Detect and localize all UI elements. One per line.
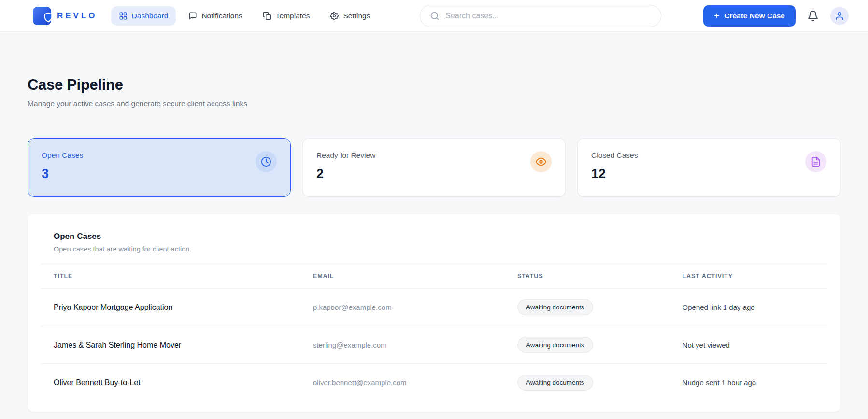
- search-area: [392, 5, 690, 27]
- case-title: Oliver Bennett Buy-to-Let: [41, 364, 300, 402]
- nav-item-label: Notifications: [201, 12, 242, 20]
- nav-item-dashboard[interactable]: Dashboard: [111, 6, 176, 26]
- create-new-case-label: Create New Case: [724, 12, 785, 20]
- notifications-bell-button[interactable]: [807, 10, 819, 22]
- bell-icon: [807, 10, 819, 22]
- copy-icon: [263, 12, 271, 20]
- chat-icon: [188, 12, 197, 20]
- table-row[interactable]: Oliver Bennett Buy-to-Let oliver.bennett…: [41, 364, 827, 402]
- document-icon: [805, 151, 826, 172]
- status-badge: Awaiting documents: [517, 337, 593, 353]
- nav-item-label: Templates: [276, 12, 310, 20]
- table-row[interactable]: Priya Kapoor Mortgage Application p.kapo…: [41, 289, 827, 326]
- brand: REVLO: [33, 7, 98, 25]
- case-last-activity: Opened link 1 day ago: [670, 289, 827, 326]
- brand-name: REVLO: [57, 11, 98, 21]
- status-badge: Awaiting documents: [517, 299, 593, 315]
- stat-label: Ready for Review: [316, 151, 375, 160]
- case-title: Priya Kapoor Mortgage Application: [41, 289, 300, 326]
- stat-value: 3: [42, 167, 83, 182]
- page-subtitle: Manage your active cases and generate se…: [28, 99, 840, 108]
- case-last-activity: Not yet viewed: [670, 326, 827, 364]
- main-content: Case Pipeline Manage your active cases a…: [0, 76, 868, 412]
- case-last-activity: Nudge sent 1 hour ago: [670, 364, 827, 402]
- column-header-status: STATUS: [505, 264, 670, 289]
- stat-value: 12: [591, 167, 638, 182]
- search-box: [420, 5, 661, 27]
- table-title: Open Cases: [54, 232, 814, 241]
- column-header-email: EMAIL: [300, 264, 505, 289]
- nav-item-notifications[interactable]: Notifications: [181, 6, 250, 26]
- stat-value: 2: [316, 167, 375, 182]
- case-email: p.kapoor@example.com: [300, 289, 505, 326]
- open-cases-panel: Open Cases Open cases that are waiting f…: [28, 214, 840, 412]
- eye-icon: [530, 151, 552, 172]
- plus-icon: +: [714, 11, 719, 20]
- nav-item-settings[interactable]: Settings: [322, 6, 378, 26]
- column-header-last-activity: LAST ACTIVITY: [670, 264, 827, 289]
- gear-icon: [330, 12, 339, 20]
- stat-label: Open Cases: [42, 151, 83, 160]
- search-input[interactable]: [445, 12, 651, 20]
- stat-card-open-cases[interactable]: Open Cases 3: [28, 138, 291, 197]
- stat-cards: Open Cases 3 Ready for Review 2 Cl: [28, 138, 840, 197]
- nav-item-templates[interactable]: Templates: [255, 6, 318, 26]
- page-title: Case Pipeline: [28, 76, 840, 94]
- table-header-row: TITLE EMAIL STATUS LAST ACTIVITY: [41, 264, 827, 289]
- table-heading: Open Cases Open cases that are waiting f…: [41, 232, 827, 253]
- header-actions: + Create New Case: [703, 5, 849, 27]
- table-row[interactable]: James & Sarah Sterling Home Mover sterli…: [41, 326, 827, 364]
- search-icon: [430, 11, 440, 21]
- nav-item-label: Settings: [343, 12, 370, 20]
- primary-nav: Dashboard Notifications Templates Settin…: [111, 6, 378, 26]
- table-subtitle: Open cases that are waiting for client a…: [54, 245, 814, 253]
- stat-card-closed-cases[interactable]: Closed Cases 12: [577, 138, 840, 197]
- shield-icon: [43, 12, 54, 23]
- stat-label: Closed Cases: [591, 151, 638, 160]
- stat-card-ready-for-review[interactable]: Ready for Review 2: [302, 138, 566, 197]
- case-email: oliver.bennett@example.com: [300, 364, 505, 402]
- user-icon: [835, 11, 844, 21]
- user-avatar[interactable]: [830, 7, 849, 25]
- clock-icon: [256, 151, 277, 172]
- case-email: sterling@example.com: [300, 326, 505, 364]
- nav-item-label: Dashboard: [132, 12, 169, 20]
- status-badge: Awaiting documents: [517, 375, 593, 391]
- case-title: James & Sarah Sterling Home Mover: [41, 326, 300, 364]
- grid-icon: [119, 12, 128, 20]
- top-navigation: REVLO Dashboard Notifications Templates: [0, 0, 868, 32]
- create-new-case-button[interactable]: + Create New Case: [703, 5, 796, 27]
- cases-table: TITLE EMAIL STATUS LAST ACTIVITY Priya K…: [41, 264, 827, 401]
- column-header-title: TITLE: [41, 264, 300, 289]
- brand-logo: [33, 7, 51, 25]
